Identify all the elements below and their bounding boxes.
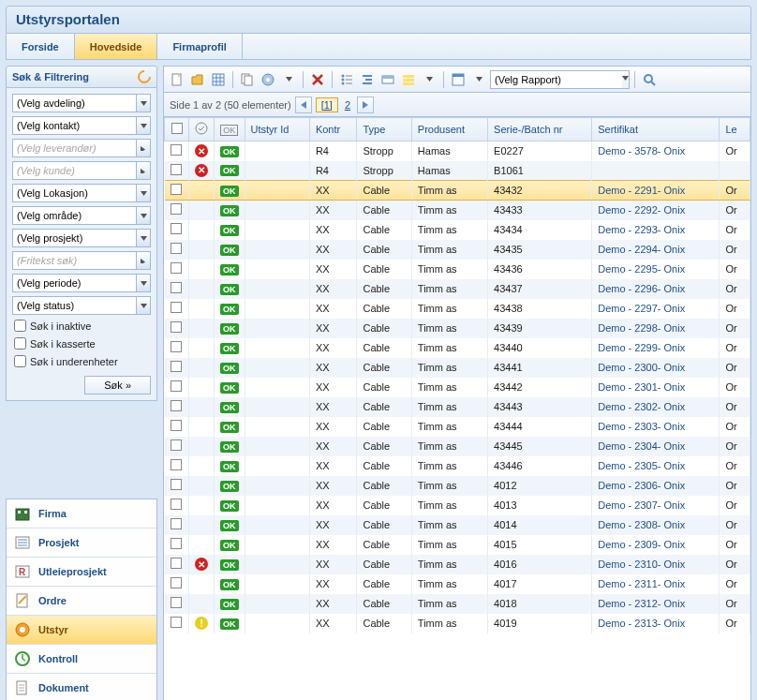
highlight-icon[interactable] [399, 70, 418, 89]
checkbox-input[interactable] [14, 320, 26, 332]
table-row[interactable]: OKXXCableTimm as43442Demo - 2301- OnixOr [165, 378, 750, 397]
filter-input[interactable] [12, 161, 136, 180]
open-icon[interactable] [188, 70, 207, 89]
row-checkbox[interactable] [171, 400, 182, 411]
filter-input[interactable] [12, 274, 136, 292]
equipment-grid[interactable]: OKUtstyr IdKontrTypeProdusentSerie-/Batc… [164, 117, 750, 700]
column-header[interactable]: Produsent [411, 118, 487, 141]
tab-hovedside[interactable]: Hovedside [75, 34, 158, 59]
chevron-down-icon[interactable] [136, 229, 151, 247]
row-checkbox[interactable] [171, 538, 182, 549]
cell-sertifikat[interactable]: Demo - 2293- Onix [592, 220, 720, 240]
list-icon[interactable] [337, 70, 356, 89]
table-row[interactable]: OKXXCableTimm as43432Demo - 2291- OnixOr [165, 181, 750, 201]
cell-sertifikat[interactable]: Demo - 2295- Onix [592, 260, 720, 279]
tab-forside[interactable]: Forside [7, 34, 75, 59]
nav-item-utstyr[interactable]: Utstyr [7, 615, 156, 644]
filter-combo[interactable] [12, 296, 151, 315]
row-checkbox[interactable] [171, 459, 182, 470]
row-checkbox[interactable] [171, 184, 182, 195]
chevron-down-icon[interactable] [279, 70, 298, 89]
select-all-checkbox[interactable] [171, 123, 183, 134]
column-header[interactable]: Le [720, 118, 750, 141]
table-row[interactable]: OKXXCableTimm as43436Demo - 2295- OnixOr [165, 260, 750, 279]
table-row[interactable]: ✕OKR4StroppHamasE0227Demo - 3578- OnixOr [165, 141, 750, 161]
filter-combo[interactable] [12, 161, 151, 180]
cell-sertifikat[interactable]: Demo - 2296- Onix [592, 279, 720, 299]
column-header[interactable]: Type [357, 118, 411, 141]
nav-item-prosjekt[interactable]: Prosjekt [7, 528, 156, 557]
filter-combo[interactable] [12, 251, 151, 270]
cell-sertifikat[interactable]: Demo - 2301- Onix [592, 378, 720, 397]
column-header[interactable] [189, 118, 215, 141]
nav-item-firma[interactable]: Firma [7, 499, 156, 528]
nav-item-dokument[interactable]: Dokument [7, 673, 156, 700]
card-icon[interactable] [378, 70, 397, 89]
cell-sertifikat[interactable]: Demo - 2294- Onix [592, 240, 720, 260]
filter-input[interactable] [12, 296, 136, 315]
chevron-down-icon[interactable] [136, 116, 151, 135]
cell-sertifikat[interactable]: Demo - 2305- Onix [592, 456, 720, 476]
table-row[interactable]: OKXXCableTimm as43435Demo - 2294- OnixOr [165, 240, 750, 260]
row-checkbox[interactable] [171, 479, 182, 490]
table-row[interactable]: OKXXCableTimm as43434Demo - 2293- OnixOr [165, 220, 750, 240]
cell-sertifikat[interactable]: Demo - 2308- Onix [592, 515, 720, 535]
new-icon[interactable] [168, 70, 186, 89]
cell-sertifikat[interactable]: Demo - 2312- Onix [592, 594, 720, 614]
chevron-down-icon[interactable] [136, 274, 151, 292]
table-row[interactable]: OKXXCableTimm as43437Demo - 2296- OnixOr [165, 279, 750, 299]
table-row[interactable]: OKXXCableTimm as4018Demo - 2312- OnixOr [165, 594, 750, 614]
chevron-down-icon[interactable] [136, 296, 151, 315]
cell-sertifikat[interactable]: Demo - 2302- Onix [592, 397, 720, 417]
table-icon[interactable] [449, 70, 468, 89]
nav-item-utleieprosjekt[interactable]: RUtleieprosjekt [7, 557, 156, 586]
filter-combo[interactable] [12, 206, 151, 225]
row-checkbox[interactable] [171, 223, 182, 234]
column-header[interactable]: Kontr [309, 118, 357, 141]
row-checkbox[interactable] [171, 361, 182, 372]
row-checkbox[interactable] [171, 439, 182, 451]
row-checkbox[interactable] [171, 302, 182, 313]
table-row[interactable]: OKXXCableTimm as43444Demo - 2303- OnixOr [165, 417, 750, 437]
row-checkbox[interactable] [171, 380, 182, 392]
row-checkbox[interactable] [171, 282, 182, 293]
table-row[interactable]: OKXXCableTimm as43441Demo - 2300- OnixOr [165, 358, 750, 378]
filter-combo[interactable] [12, 116, 151, 135]
row-checkbox[interactable] [171, 243, 182, 254]
table-row[interactable]: OKXXCableTimm as4012Demo - 2306- OnixOr [165, 476, 750, 496]
chevron-right-icon[interactable] [136, 139, 151, 157]
cell-sertifikat[interactable]: Demo - 2304- Onix [592, 437, 720, 456]
chevron-down-icon[interactable] [136, 206, 151, 225]
filter-checkbox[interactable]: Søk i underenheter [12, 354, 151, 368]
search-button[interactable]: Søk » [84, 376, 151, 395]
table-row[interactable]: OKXXCableTimm as4015Demo - 2309- OnixOr [165, 535, 750, 555]
table-row[interactable]: OKXXCableTimm as43438Demo - 2297- OnixOr [165, 299, 750, 319]
chevron-right-icon[interactable] [136, 161, 151, 180]
tab-firmaprofil[interactable]: Firmaprofil [157, 34, 242, 59]
table-row[interactable]: OKXXCableTimm as43440Demo - 2299- OnixOr [165, 338, 750, 358]
table-row[interactable]: OKXXCableTimm as4013Demo - 2307- OnixOr [165, 496, 750, 515]
chevron-down-icon[interactable] [622, 71, 629, 88]
filter-input[interactable] [12, 229, 136, 247]
cell-sertifikat[interactable]: Demo - 2307- Onix [592, 496, 720, 515]
cell-sertifikat[interactable]: Demo - 2309- Onix [592, 535, 720, 555]
cell-sertifikat[interactable]: Demo - 2292- Onix [592, 201, 720, 220]
table-row[interactable]: OKXXCableTimm as43445Demo - 2304- OnixOr [165, 437, 750, 456]
copy-icon[interactable] [238, 70, 257, 89]
row-checkbox[interactable] [171, 617, 182, 628]
column-header[interactable]: Utstyr Id [245, 118, 309, 141]
cell-sertifikat[interactable]: Demo - 2306- Onix [592, 476, 720, 496]
filter-input[interactable] [12, 116, 136, 135]
cell-sertifikat[interactable]: Demo - 2298- Onix [592, 319, 720, 338]
table-row[interactable]: OKXXCableTimm as43433Demo - 2292- OnixOr [165, 201, 750, 220]
row-checkbox[interactable] [171, 203, 182, 215]
row-checkbox[interactable] [171, 577, 182, 588]
checkbox-input[interactable] [14, 337, 26, 350]
nav-item-ordre[interactable]: Ordre [7, 586, 156, 615]
filter-combo[interactable] [12, 229, 151, 247]
cell-sertifikat[interactable] [592, 161, 720, 181]
chevron-down-icon[interactable] [469, 70, 488, 89]
indent-icon[interactable] [358, 70, 377, 89]
column-header[interactable] [165, 118, 189, 141]
column-header[interactable]: Sertifikat [592, 118, 720, 141]
